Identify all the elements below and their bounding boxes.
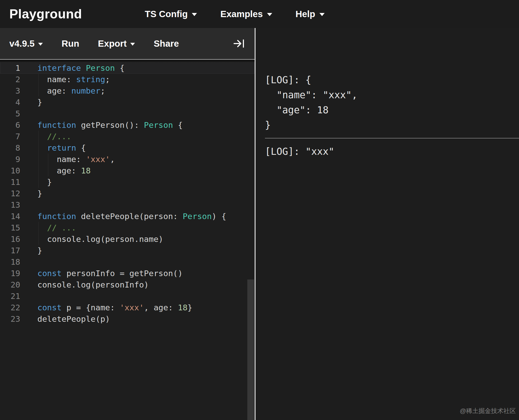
indent-guide <box>38 131 39 142</box>
code-text: const p = {name: 'xxx', age: 18} <box>37 302 192 313</box>
code-text: function getPerson(): Person { <box>37 119 183 131</box>
indent-guide <box>38 85 39 96</box>
chevron-down-icon <box>130 43 135 46</box>
code-line[interactable]: 12} <box>0 188 255 199</box>
indent-guide <box>38 233 39 245</box>
line-number: 23 <box>0 313 20 325</box>
code-line[interactable]: 5 <box>0 108 255 119</box>
share-label: Share <box>154 38 179 49</box>
line-number: 14 <box>0 211 20 222</box>
code-text: age: 18 <box>37 165 91 176</box>
code-line[interactable]: 13 <box>0 199 255 211</box>
menu-examples-label: Examples <box>220 9 263 19</box>
line-number: 13 <box>0 199 20 211</box>
line-number: 5 <box>0 108 20 119</box>
code-line[interactable]: 23deletePeople(p) <box>0 313 255 325</box>
line-number: 16 <box>0 233 20 245</box>
top-menus: TS Config Examples Help <box>141 6 328 22</box>
line-number: 15 <box>0 222 20 233</box>
version-label: v4.9.5 <box>9 38 35 49</box>
code-line[interactable]: 10 age: 18 <box>0 165 255 176</box>
code-text: const personInfo = getPerson() <box>37 268 183 279</box>
code-line[interactable]: 22const p = {name: 'xxx', age: 18} <box>0 302 255 313</box>
code-line[interactable]: 6function getPerson(): Person { <box>0 119 255 131</box>
line-number: 11 <box>0 176 20 188</box>
indent-guide <box>38 74 39 85</box>
line-number: 21 <box>0 290 20 302</box>
code-text: } <box>37 176 52 188</box>
watermark: @稀土掘金技术社区 <box>460 403 516 418</box>
main-split: v4.9.5 Run Export Share 1interface Perso… <box>0 28 519 420</box>
log-line: [LOG]: { <box>265 73 519 88</box>
code-line[interactable]: 15 // ... <box>0 222 255 233</box>
menu-examples[interactable]: Examples <box>217 6 276 22</box>
code-line[interactable]: 9 name: 'xxx', <box>0 153 255 165</box>
menu-ts-config[interactable]: TS Config <box>141 6 201 22</box>
code-line[interactable]: 2 name: string; <box>0 74 255 85</box>
menu-help-label: Help <box>296 9 315 19</box>
code-line[interactable]: 7 //... <box>0 131 255 142</box>
line-number: 2 <box>0 74 20 85</box>
run-label: Run <box>62 38 79 49</box>
app-title: Playground <box>9 6 82 22</box>
line-number: 18 <box>0 256 20 268</box>
chevron-down-icon <box>319 13 325 16</box>
code-line[interactable]: 17} <box>0 245 255 256</box>
code-text: function deletePeople(person: Person) { <box>37 211 226 222</box>
indent-guide <box>38 176 39 188</box>
chevron-down-icon <box>38 43 43 46</box>
line-number: 7 <box>0 131 20 142</box>
indent-guide <box>38 153 39 165</box>
log-line: } <box>265 118 519 133</box>
line-number: 1 <box>0 62 20 74</box>
code-line[interactable]: 18 <box>0 256 255 268</box>
share-button[interactable]: Share <box>154 38 179 49</box>
code-line[interactable]: 3 age: number; <box>0 85 255 96</box>
code-line[interactable]: 20console.log(personInfo) <box>0 279 255 290</box>
code-line[interactable]: 8 return { <box>0 142 255 153</box>
code-line[interactable]: 21 <box>0 290 255 302</box>
code-text: age: number; <box>37 85 105 96</box>
code-editor[interactable]: 1interface Person {2 name: string;3 age:… <box>0 60 255 420</box>
run-button[interactable]: Run <box>62 38 79 49</box>
version-dropdown[interactable]: v4.9.5 <box>9 38 43 49</box>
code-line[interactable]: 19const personInfo = getPerson() <box>0 268 255 279</box>
line-number: 8 <box>0 142 20 153</box>
code-text: } <box>37 188 42 199</box>
code-line[interactable]: 11 } <box>0 176 255 188</box>
code-text: } <box>37 245 42 256</box>
console-panel: [LOG]: { "name": "xxx", "age": 18}[LOG]:… <box>256 28 519 420</box>
indent-guide <box>38 165 39 176</box>
chevron-down-icon <box>192 13 197 16</box>
console-entries: [LOG]: { "name": "xxx", "age": 18}[LOG]:… <box>265 73 519 159</box>
code-line[interactable]: 16 console.log(person.name) <box>0 233 255 245</box>
code-text: // ... <box>37 222 76 233</box>
editor-lines: 1interface Person {2 name: string;3 age:… <box>0 62 255 325</box>
log-entry: [LOG]: { "name": "xxx", "age": 18} <box>265 73 519 133</box>
line-number: 19 <box>0 268 20 279</box>
log-divider <box>265 138 519 138</box>
log-line: "name": "xxx", <box>265 88 519 103</box>
line-number: 22 <box>0 302 20 313</box>
code-text: //... <box>37 131 71 142</box>
sidebar-toggle-button[interactable] <box>233 39 245 48</box>
log-line: "age": 18 <box>265 103 519 118</box>
line-number: 10 <box>0 165 20 176</box>
log-entry: [LOG]: "xxx" <box>265 144 519 159</box>
toolbar: v4.9.5 Run Export Share <box>0 28 255 60</box>
indent-guide <box>38 142 39 153</box>
line-number: 4 <box>0 96 20 108</box>
sidebar-toggle-icon <box>233 39 245 48</box>
code-line[interactable]: 1interface Person { <box>0 62 255 74</box>
code-text: name: string; <box>37 74 110 85</box>
code-line[interactable]: 4} <box>0 96 255 108</box>
code-text: name: 'xxx', <box>37 153 115 165</box>
code-text: deletePeople(p) <box>37 313 110 325</box>
menu-help[interactable]: Help <box>292 6 328 22</box>
code-text: console.log(person.name) <box>37 233 163 245</box>
menu-ts-config-label: TS Config <box>145 9 188 19</box>
export-dropdown[interactable]: Export <box>98 38 135 49</box>
line-number: 6 <box>0 119 20 131</box>
code-line[interactable]: 14function deletePeople(person: Person) … <box>0 211 255 222</box>
editor-scrollbar-thumb[interactable] <box>247 279 254 420</box>
